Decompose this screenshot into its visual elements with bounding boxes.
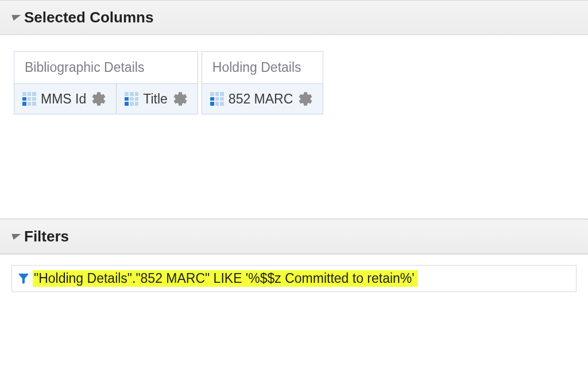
selected-columns-title: Selected Columns [24, 9, 153, 26]
filters-title: Filters [24, 228, 69, 245]
column-icon [210, 92, 224, 106]
gear-icon[interactable] [91, 91, 107, 107]
column-label: 852 MARC [227, 91, 294, 107]
column-label: MMS Id [40, 91, 87, 107]
column-groups: Bibliographic Details MMS Id [14, 51, 574, 114]
column-label: Title [142, 91, 169, 107]
column-icon [125, 92, 138, 106]
funnel-icon [17, 271, 30, 286]
group-items: MMS Id Title [14, 84, 198, 114]
filter-expression: "Holding Details"."852 MARC" LIKE '%$$z … [33, 270, 418, 287]
collapse-icon [9, 234, 21, 240]
filters-body: "Holding Details"."852 MARC" LIKE '%$$z … [0, 254, 588, 327]
column-group-holding: Holding Details 852 MARC [202, 51, 323, 114]
filters-header[interactable]: Filters [0, 219, 588, 254]
filter-row[interactable]: "Holding Details"."852 MARC" LIKE '%$$z … [11, 265, 577, 292]
gear-icon[interactable] [172, 91, 188, 107]
group-title: Bibliographic Details [14, 52, 198, 84]
column-item-title[interactable]: Title [117, 84, 198, 114]
column-item-852-marc[interactable]: 852 MARC [202, 84, 323, 114]
group-title: Holding Details [202, 52, 323, 84]
selected-columns-header[interactable]: Selected Columns [0, 0, 588, 35]
gear-icon[interactable] [297, 91, 314, 107]
column-item-mms-id[interactable]: MMS Id [14, 84, 117, 114]
group-items: 852 MARC [202, 84, 323, 114]
selected-columns-body: Bibliographic Details MMS Id [0, 35, 588, 219]
column-group-bibliographic: Bibliographic Details MMS Id [14, 51, 198, 114]
collapse-icon [9, 15, 21, 21]
column-icon [22, 92, 36, 106]
